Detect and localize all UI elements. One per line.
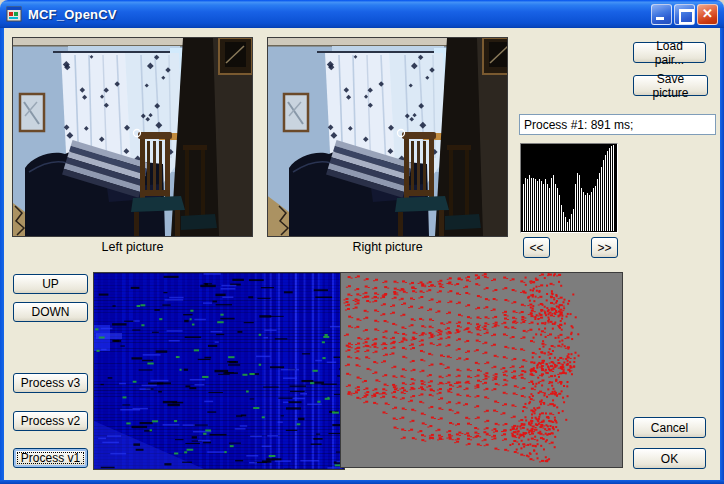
vector-field-image [341, 273, 622, 467]
histogram-bar [573, 209, 574, 231]
histogram-bar [523, 184, 524, 231]
histogram-bar [555, 184, 556, 231]
histogram-panel [520, 143, 618, 233]
histogram-bar [593, 188, 594, 231]
minimize-button[interactable] [651, 4, 672, 25]
process-v3-button[interactable]: Process v3 [13, 373, 88, 393]
window-border-left [0, 28, 4, 484]
histogram-bar [533, 178, 534, 231]
histogram-bar [531, 178, 532, 231]
histogram-bar [561, 205, 562, 231]
save-picture-button[interactable]: Save picture [633, 75, 708, 96]
histogram-bar [581, 188, 582, 231]
histogram-bar [605, 155, 606, 231]
window-border-bottom [0, 480, 724, 484]
close-button[interactable] [697, 4, 718, 25]
window-title: MCF_OpenCV [28, 7, 649, 22]
histogram-bar [609, 148, 610, 231]
histogram-bar [589, 195, 590, 231]
histogram-bar [595, 186, 596, 231]
histogram-bar [527, 179, 528, 231]
down-button[interactable]: DOWN [13, 302, 88, 322]
vector-field-canvas[interactable] [340, 272, 623, 468]
histogram-bar [575, 184, 576, 231]
histogram-bar [583, 192, 584, 231]
disparity-map-image [94, 273, 344, 469]
histogram-bar [565, 217, 566, 231]
ok-button[interactable]: OK [633, 448, 706, 469]
histogram-bar [563, 212, 564, 231]
app-icon [6, 6, 23, 22]
histogram-bar [559, 195, 560, 231]
histogram-bar [571, 214, 572, 231]
histogram-bars [523, 145, 615, 231]
histogram-bar [579, 175, 580, 231]
histogram-bar [537, 181, 538, 231]
histogram-bar [591, 192, 592, 231]
right-picture-canvas[interactable] [267, 37, 508, 237]
histogram-bar [525, 178, 526, 231]
histogram-bar [545, 179, 546, 231]
histogram-bar [599, 173, 600, 231]
next-button[interactable]: >> [591, 237, 618, 258]
histogram-bar [567, 222, 568, 231]
histogram-bar [535, 179, 536, 231]
histogram-bar [587, 193, 588, 231]
titlebar[interactable]: MCF_OpenCV [0, 0, 724, 28]
histogram-bar [551, 178, 552, 231]
disparity-map-canvas[interactable] [93, 272, 345, 470]
histogram-bar [577, 173, 578, 231]
histogram-bar [529, 175, 530, 231]
left-picture-canvas[interactable] [12, 37, 253, 237]
prev-button[interactable]: << [523, 237, 550, 258]
load-pair-button[interactable]: Load pair... [633, 42, 706, 63]
histogram-bar [541, 181, 542, 231]
histogram-bar [613, 145, 614, 231]
histogram-bar [569, 219, 570, 231]
histogram-bar [547, 184, 548, 231]
histogram-bar [597, 179, 598, 231]
window-border-right [720, 28, 724, 484]
process-status-field[interactable] [519, 114, 716, 135]
cancel-button[interactable]: Cancel [633, 417, 706, 438]
left-picture-caption: Left picture [12, 240, 253, 254]
process-v1-button[interactable]: Process v1 [13, 448, 88, 468]
histogram-bar [539, 179, 540, 231]
histogram-bar [585, 195, 586, 231]
right-picture-image [268, 38, 507, 236]
histogram-bar [557, 188, 558, 231]
maximize-button[interactable] [674, 4, 695, 25]
histogram-bar [543, 184, 544, 231]
right-picture-caption: Right picture [267, 240, 508, 254]
histogram-bar [601, 167, 602, 232]
process-v2-button[interactable]: Process v2 [13, 411, 88, 431]
application-window: MCF_OpenCV [0, 0, 724, 484]
histogram-bar [553, 175, 554, 231]
histogram-bar [549, 188, 550, 231]
histogram-bar [603, 160, 604, 231]
histogram-bar [611, 146, 612, 231]
left-picture-image [13, 38, 252, 236]
histogram-bar [607, 151, 608, 231]
up-button[interactable]: UP [13, 274, 88, 294]
